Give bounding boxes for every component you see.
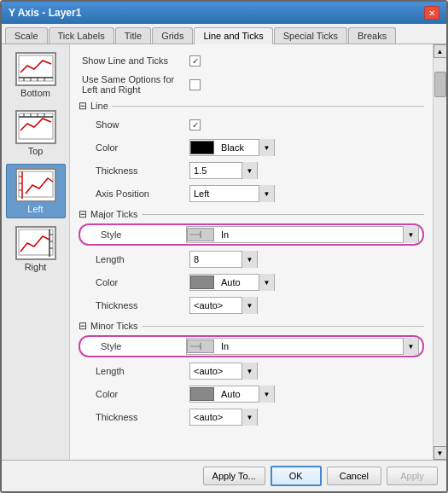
- line-divider: [112, 106, 424, 107]
- minor-style-value: In: [218, 341, 403, 351]
- minor-style-label: Style: [84, 341, 186, 351]
- svg-rect-12: [19, 171, 53, 197]
- axis-position-value: Left: [190, 188, 259, 199]
- major-ticks-divider: [142, 214, 424, 215]
- minor-style-select[interactable]: In ▼: [186, 338, 419, 355]
- tab-title[interactable]: Title: [115, 27, 151, 44]
- minor-length-row: Length <auto> ▼: [79, 362, 424, 380]
- axis-position-row: Axis Position Left ▼: [79, 184, 424, 203]
- major-thickness-row: Thickness <auto> ▼: [79, 296, 424, 315]
- sidebar-item-left[interactable]: Left: [6, 164, 66, 218]
- axis-position-arrow[interactable]: ▼: [259, 185, 274, 202]
- sidebar-label-left: Left: [27, 204, 43, 214]
- tab-grids[interactable]: Grids: [152, 27, 193, 44]
- tab-breaks[interactable]: Breaks: [348, 27, 396, 44]
- apply-button[interactable]: Apply: [387, 467, 438, 485]
- major-ticks-section-header: ⊟ Major Ticks: [79, 208, 424, 220]
- minor-thickness-arrow[interactable]: ▼: [241, 409, 257, 426]
- major-color-arrow[interactable]: ▼: [259, 274, 274, 291]
- line-collapse-icon[interactable]: ⊟: [79, 100, 87, 112]
- line-color-label: Color: [79, 142, 189, 153]
- bottom-bar: Apply To... OK Cancel Apply: [2, 460, 446, 491]
- major-thickness-label: Thickness: [79, 300, 189, 310]
- major-length-arrow[interactable]: ▼: [241, 251, 257, 268]
- minor-ticks-collapse-icon[interactable]: ⊟: [79, 320, 87, 332]
- major-style-arrow[interactable]: ▼: [403, 226, 418, 243]
- tab-line-and-ticks[interactable]: Line and Ticks: [194, 27, 272, 44]
- minor-length-select[interactable]: <auto> ▼: [189, 362, 258, 380]
- line-show-checkbox[interactable]: [189, 119, 201, 130]
- sidebar-item-top[interactable]: Top: [6, 106, 66, 160]
- line-color-select[interactable]: Black ▼: [189, 139, 275, 156]
- show-line-ticks-row: Show Line and Ticks: [79, 51, 424, 70]
- minor-color-swatch: [190, 387, 214, 401]
- apply-to-button[interactable]: Apply To...: [203, 467, 265, 485]
- major-length-row: Length 8 ▼: [79, 250, 424, 269]
- content-panel: Show Line and Ticks Use Same Options for…: [70, 44, 433, 460]
- same-options-label: Use Same Options for Left and Right: [79, 74, 189, 95]
- major-style-value: In: [218, 229, 403, 240]
- tab-tick-labels[interactable]: Tick Labels: [49, 27, 114, 44]
- minor-length-arrow[interactable]: ▼: [241, 362, 257, 380]
- show-line-ticks-label: Show Line and Ticks: [79, 55, 189, 66]
- minor-thickness-select[interactable]: <auto> ▼: [189, 409, 258, 426]
- minor-ticks-divider: [142, 326, 424, 327]
- major-style-select[interactable]: In ▼: [186, 226, 419, 243]
- sidebar-label-bottom: Bottom: [20, 88, 50, 98]
- scrollbar-thumb[interactable]: [434, 72, 446, 97]
- major-color-label: Color: [79, 277, 189, 287]
- line-thickness-select[interactable]: 1.5 ▼: [189, 162, 258, 179]
- main-window: Y Axis - Layer1 ✕ Scale Tick Labels Titl…: [0, 0, 448, 493]
- minor-ticks-label: Minor Ticks: [90, 321, 138, 331]
- ok-button[interactable]: OK: [271, 466, 322, 486]
- minor-color-label: Color: [79, 389, 189, 399]
- major-color-select[interactable]: Auto ▼: [189, 274, 275, 291]
- sidebar-item-bottom[interactable]: Bottom: [6, 48, 66, 102]
- show-line-ticks-checkbox[interactable]: [189, 55, 201, 67]
- line-color-swatch: [190, 141, 214, 154]
- left-axis-icon: [15, 168, 56, 202]
- minor-color-select[interactable]: Auto ▼: [189, 386, 275, 403]
- major-thickness-select[interactable]: <auto> ▼: [189, 297, 258, 314]
- major-color-value: Auto: [218, 277, 259, 287]
- line-color-arrow[interactable]: ▼: [259, 139, 274, 156]
- right-axis-icon: [15, 226, 56, 260]
- major-style-preview: [187, 228, 214, 241]
- line-thickness-arrow[interactable]: ▼: [241, 162, 257, 179]
- major-style-label: Style: [84, 229, 186, 240]
- sidebar-label-top: Top: [28, 146, 44, 156]
- major-thickness-arrow[interactable]: ▼: [241, 297, 257, 314]
- sidebar: Bottom Top: [2, 44, 70, 460]
- minor-style-preview: [187, 339, 214, 353]
- main-content: Bottom Top: [2, 44, 446, 460]
- major-length-select[interactable]: 8 ▼: [189, 251, 258, 268]
- minor-thickness-value: <auto>: [190, 412, 241, 422]
- major-ticks-collapse-icon[interactable]: ⊟: [79, 208, 87, 220]
- major-length-value: 8: [190, 254, 241, 264]
- major-color-swatch: [190, 276, 214, 289]
- window-title: Y Axis - Layer1: [9, 7, 81, 19]
- minor-color-row: Color Auto ▼: [79, 385, 424, 403]
- line-section-header: ⊟ Line: [79, 100, 424, 112]
- minor-style-arrow[interactable]: ▼: [403, 338, 418, 355]
- minor-length-label: Length: [79, 366, 189, 376]
- line-color-row: Color Black ▼: [79, 138, 424, 157]
- scroll-up-button[interactable]: ▲: [433, 44, 447, 58]
- sidebar-item-right[interactable]: Right: [6, 222, 66, 276]
- axis-position-select[interactable]: Left ▼: [189, 185, 275, 202]
- axis-position-label: Axis Position: [79, 188, 189, 199]
- tab-scale[interactable]: Scale: [5, 27, 48, 44]
- close-button[interactable]: ✕: [424, 6, 439, 20]
- line-thickness-row: Thickness 1.5 ▼: [79, 161, 424, 180]
- scroll-down-button[interactable]: ▼: [433, 446, 447, 460]
- same-options-checkbox[interactable]: [189, 79, 201, 90]
- major-length-label: Length: [79, 254, 189, 264]
- tabs-bar: Scale Tick Labels Title Grids Line and T…: [2, 24, 446, 44]
- minor-length-value: <auto>: [190, 366, 241, 376]
- tab-special-ticks[interactable]: Special Ticks: [274, 27, 347, 44]
- minor-thickness-label: Thickness: [79, 412, 189, 422]
- minor-color-arrow[interactable]: ▼: [259, 386, 274, 403]
- cancel-button[interactable]: Cancel: [327, 467, 381, 485]
- line-section-label: Line: [90, 101, 108, 111]
- major-thickness-value: <auto>: [190, 300, 241, 310]
